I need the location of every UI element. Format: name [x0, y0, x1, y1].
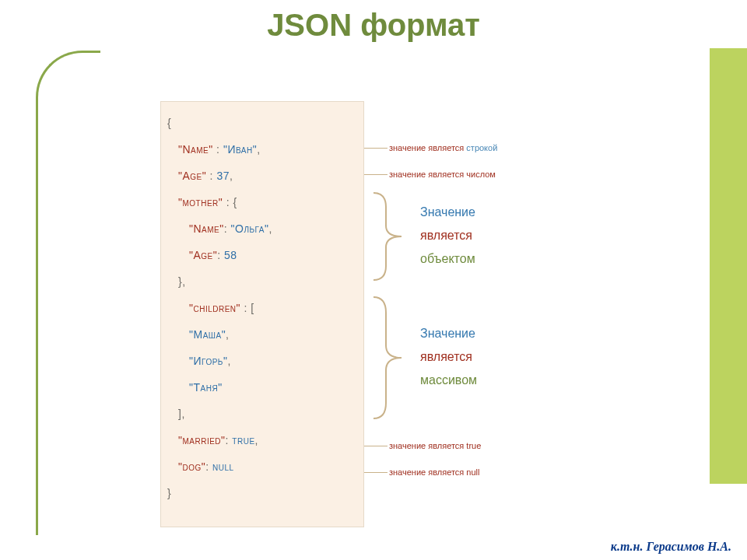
code-line-children-close: ], [167, 401, 357, 427]
code-line-close: } [167, 480, 357, 506]
code-line-mother-key: "mother" : { [167, 189, 357, 215]
code-line-mother-name: "Name": "Ольга", [167, 215, 357, 242]
annotation-object: Значение является объектом [420, 201, 475, 271]
code-line-name: "Name" : "Иван", [167, 136, 357, 163]
code-line-mother-close: }, [167, 268, 357, 295]
code-line-child3: "Таня" [167, 374, 357, 401]
code-line-married: "married": true, [167, 427, 357, 453]
right-accent-panel [710, 48, 747, 484]
code-line-age: "Age" : 37, [167, 163, 357, 189]
code-line-open: { [167, 110, 357, 136]
connector-line [364, 148, 388, 149]
json-code-panel: { "Name" : "Иван", "Age" : 37, "mother" … [160, 101, 364, 527]
connector-line [364, 472, 388, 473]
code-line-mother-age: "Age": 58 [167, 242, 357, 268]
code-line-children-key: "children" : [ [167, 295, 357, 321]
code-line-child2: "Игорь", [167, 348, 357, 374]
brace-object-icon [372, 191, 405, 282]
code-line-child1: "Маша", [167, 321, 357, 348]
connector-line [364, 174, 388, 175]
annotation-array: Значение является массивом [420, 322, 477, 392]
annotation-string: значение является строкой [389, 143, 497, 152]
footer-author: к.т.н. Герасимов Н.А. [611, 540, 731, 554]
annotation-null: значение является null [389, 467, 479, 477]
connector-line [364, 446, 388, 446]
annotation-number: значение является числом [389, 170, 496, 179]
slide: JSON формат { "Name" : "Иван", "Age" : 3… [0, 0, 747, 560]
annotation-true: значение является true [389, 441, 481, 450]
slide-title: JSON формат [0, 8, 747, 43]
code-line-dog: "dog": null [167, 453, 357, 480]
left-corner-decoration [36, 51, 100, 535]
brace-array-icon [372, 296, 405, 420]
